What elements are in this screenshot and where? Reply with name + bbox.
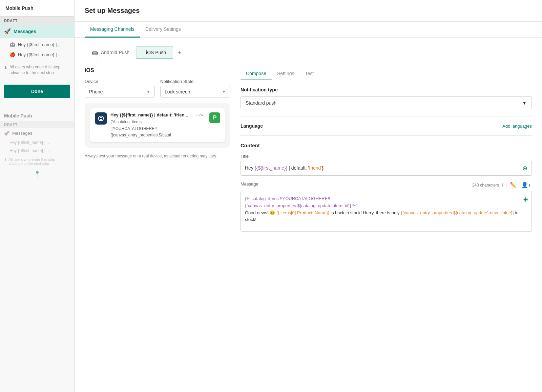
notif-time: now: [196, 112, 203, 116]
content-body: 🤖 Android Push iOS Push + iOS Devi: [75, 38, 542, 245]
notif-text-line1: {% catalog_items: [110, 119, 203, 125]
message-toolbar-row: 240 characters ℹ ✏️ 👤+: [472, 181, 532, 189]
title-end: }!: [322, 165, 325, 171]
device-label: Device: [85, 79, 155, 84]
message-textarea[interactable]: {% catalog_items !!YOURCATALOGHERE!! {{c…: [241, 191, 532, 232]
sidebar-lower-messages: 🚀 Messages: [0, 128, 74, 138]
left-column: iOS Device Phone ▼ Notification State: [85, 67, 230, 237]
advance-arrow-icon: ⬇: [4, 65, 7, 71]
compose-tab-test[interactable]: Test: [300, 67, 319, 80]
message-field-label: Message: [241, 181, 258, 187]
done-button[interactable]: Done: [4, 85, 70, 98]
notification-state-select[interactable]: Lock screen ▼: [160, 86, 230, 97]
channel-buttons: 🤖 Android Push iOS Push +: [85, 46, 532, 59]
title-input-text: Hey {{${first_name}} | default: 'friend'…: [245, 165, 522, 172]
sidebar-lower-advance: ⬇ All users who enter this step advance …: [0, 155, 74, 168]
sidebar-lower-sub2: Hey {{$first_name} | ...: [0, 147, 74, 155]
title-plus-button[interactable]: ⊕: [522, 165, 527, 172]
divider-1: [241, 116, 532, 116]
add-channel-button[interactable]: +: [173, 46, 186, 59]
message-content: {% catalog_items !!YOURCATALOGHERE!! {{c…: [245, 195, 527, 223]
lower-line: [37, 174, 38, 179]
content-section: Content Title Hey {{${first_name}} | def…: [241, 143, 532, 232]
title-mid: | default: ': [287, 165, 309, 171]
tab-messaging-channels[interactable]: Messaging Channels: [85, 22, 140, 38]
compose-tab-settings[interactable]: Settings: [272, 67, 300, 80]
message-plus-button[interactable]: ⊕: [523, 195, 528, 204]
android-sub-icon: 🤖: [9, 42, 15, 47]
edit-tool-button[interactable]: ✏️: [509, 181, 517, 189]
notification-state-label: Notification State: [160, 79, 230, 84]
title-pre-text: Hey: [245, 165, 255, 171]
preview-hint: Always test your message on a real devic…: [85, 153, 230, 159]
messages-label: Messages: [14, 29, 36, 34]
messages-icon: 🚀: [4, 28, 11, 35]
tabs-bar: Messaging Channels Delivery Settings: [75, 22, 542, 38]
msg-line3-pre: Good news! 😊: [245, 210, 276, 215]
sidebar-lower-sub1: Hey {{$first_name} | ...: [0, 138, 74, 147]
sidebar-messages-item[interactable]: 🚀 Messages: [0, 25, 74, 38]
sidebar-header: Mobile Push: [0, 0, 74, 17]
compose-tab-compose[interactable]: Compose: [241, 67, 272, 80]
sidebar: Mobile Push DRAFT 🚀 Messages 🤖 Hey {{$fi…: [0, 0, 75, 392]
sidebar-sub-item-ios[interactable]: 🍎 Hey {{$first_name} | ...: [0, 49, 74, 60]
notif-right-letter: P: [213, 115, 217, 121]
android-sub-label: Hey {{$first_name} | ...: [18, 42, 62, 47]
ios-sub-icon: 🍎: [9, 52, 15, 57]
sidebar-sub-items: 🤖 Hey {{$first_name} | ... 🍎 Hey {{$firs…: [0, 38, 74, 61]
notif-text-body: {{canvas_entry_properties.${catal: [110, 132, 203, 138]
main-content: Set up Messages Messaging Channels Deliv…: [75, 0, 542, 392]
android-push-button[interactable]: 🤖 Android Push: [85, 46, 137, 59]
msg-line3-mid: is back in stock! Hurry, there is only: [329, 210, 401, 215]
title-default: friend': [309, 165, 322, 171]
msg-tag2: {{canvas_entry_properties.${catalog_upda…: [245, 203, 358, 208]
notification-type-label: Notification type: [241, 87, 532, 92]
toolbar-divider: [506, 182, 506, 188]
compose-tabs: Compose Settings Test: [241, 67, 532, 80]
sidebar-lower-header: Mobile Push: [0, 110, 74, 121]
title-field-label: Title: [241, 154, 532, 159]
app-icon: [95, 112, 107, 125]
tab-delivery-settings[interactable]: Delivery Settings: [140, 22, 186, 38]
device-row: Device Phone ▼ Notification State Lock s…: [85, 79, 230, 97]
add-languages-button[interactable]: + Add languages: [499, 124, 532, 129]
notification-type-select[interactable]: Standard push ▼: [241, 96, 532, 109]
char-info-icon[interactable]: ℹ: [502, 183, 503, 188]
language-row: Language + Add languages: [241, 123, 532, 129]
two-col-layout: iOS Device Phone ▼ Notification State: [85, 67, 532, 237]
title-field-group: Title Hey {{${first_name}} | default: 'f…: [241, 154, 532, 176]
device-chevron-icon: ▼: [146, 89, 150, 94]
message-header-row: Message 240 characters ℹ ✏️: [241, 181, 532, 189]
android-icon: 🤖: [92, 49, 98, 56]
title-input[interactable]: Hey {{${first_name}} | default: 'friend'…: [241, 161, 532, 176]
page-header: Set up Messages: [75, 0, 542, 22]
notif-title: Hey {{${first_name}} | default: 'frien..…: [110, 112, 188, 118]
svg-point-1: [100, 116, 102, 118]
device-select[interactable]: Phone ▼: [85, 86, 155, 97]
divider-2: [241, 135, 532, 136]
sidebar-sub-item-android[interactable]: 🤖 Hey {{$first_name} | ...: [0, 39, 74, 49]
notification-preview-header: Hey {{${first_name}} | default: 'frien..…: [95, 112, 220, 138]
lower-connector: [0, 168, 74, 182]
ios-section-label: iOS: [85, 67, 230, 73]
notification-state-field: Notification State Lock screen ▼: [160, 79, 230, 97]
preview-card: Hey {{${first_name}} | default: 'frien..…: [85, 103, 230, 148]
language-label: Language: [241, 123, 263, 129]
device-field: Device Phone ▼: [85, 79, 155, 97]
lower-dot: [36, 171, 39, 174]
page-title: Set up Messages: [85, 7, 532, 15]
right-column: Compose Settings Test Notification type …: [241, 67, 532, 237]
ios-push-button[interactable]: iOS Push: [137, 46, 173, 59]
char-count: 240 characters ℹ: [472, 183, 503, 188]
lower-messages-icon: 🚀: [4, 131, 9, 136]
notif-text-line2: !!YOURCATALOGHERE!!: [110, 126, 203, 132]
content-title: Content: [241, 143, 532, 148]
person-add-tool-button[interactable]: 👤+: [521, 181, 532, 189]
notif-title-row: Hey {{${first_name}} | default: 'frien..…: [110, 112, 203, 118]
sidebar-advance-text: ⬇ All users who enter this step advance …: [0, 61, 74, 79]
notification-state-chevron-icon: ▼: [222, 89, 226, 94]
sidebar-lower-draft: DRAFT: [0, 121, 74, 128]
notif-right-icon: P: [209, 112, 220, 123]
notification-body: Hey {{${first_name}} | default: 'frien..…: [110, 112, 203, 138]
notification-type-chevron-icon: ▼: [522, 100, 527, 106]
